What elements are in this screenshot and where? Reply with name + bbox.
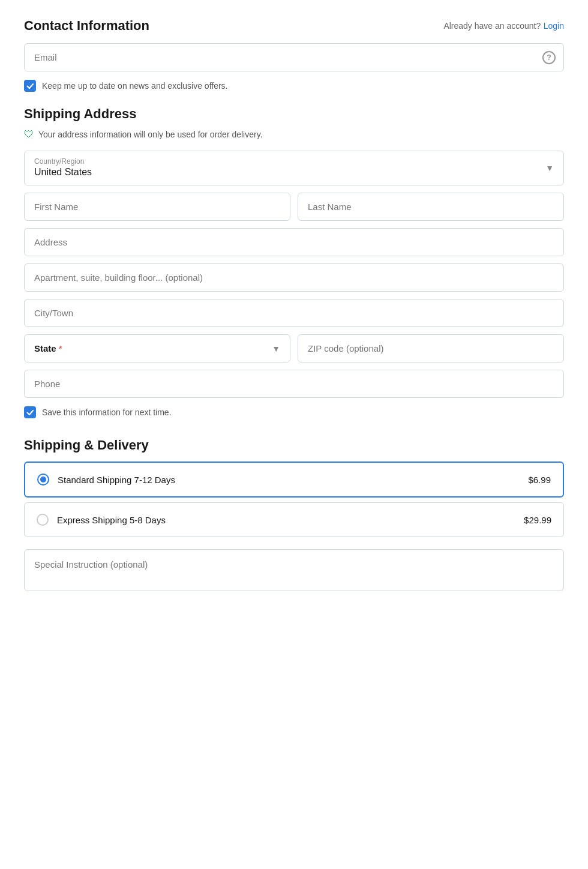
city-input[interactable] [24,299,564,327]
country-value: United States [34,167,92,177]
state-zip-row: State * ▼ [24,334,564,362]
express-shipping-price: $29.99 [524,515,551,525]
state-dropdown-arrow-icon: ▼ [272,344,280,353]
zip-input[interactable] [298,334,564,362]
shipping-delivery-section: Shipping & Delivery Standard Shipping 7-… [24,438,564,537]
express-shipping-option[interactable]: Express Shipping 5-8 Days $29.99 [24,502,564,537]
apartment-group [24,263,564,292]
address-group [24,228,564,256]
state-label-container: State * [34,343,62,353]
contact-header: Contact Information Already have an acco… [24,18,564,34]
shipping-address-section: Shipping Address 🛡 Your address informat… [24,106,564,418]
checkmark-icon [26,82,34,90]
standard-shipping-left: Standard Shipping 7-12 Days [37,474,175,486]
save-info-checkbox[interactable] [24,406,36,418]
phone-input[interactable] [24,370,564,398]
special-instruction-input[interactable] [24,549,564,591]
login-link[interactable]: Login [544,21,564,31]
contact-title: Contact Information [24,18,149,34]
privacy-notice: 🛡 Your address information will only be … [24,129,564,140]
standard-shipping-price: $6.99 [528,475,551,485]
newsletter-row: Keep me up to date on news and exclusive… [24,80,564,92]
state-select[interactable]: State * ▼ [24,334,290,362]
special-instruction-section [24,549,564,594]
express-shipping-left: Express Shipping 5-8 Days [37,514,166,526]
standard-shipping-radio[interactable] [37,474,49,486]
shipping-delivery-title: Shipping & Delivery [24,438,564,453]
address-input[interactable] [24,228,564,256]
email-input[interactable] [24,43,564,71]
city-group [24,299,564,327]
name-row [24,193,564,221]
express-shipping-label: Express Shipping 5-8 Days [57,515,166,525]
email-help-icon[interactable]: ? [542,51,556,64]
shield-icon: 🛡 [24,129,34,140]
state-required-indicator: * [59,343,62,353]
apartment-input[interactable] [24,263,564,292]
country-label: Country/Region [34,157,554,166]
newsletter-label: Keep me up to date on news and exclusive… [42,81,228,91]
standard-shipping-label: Standard Shipping 7-12 Days [58,475,175,485]
express-shipping-radio[interactable] [37,514,49,526]
newsletter-checkbox[interactable] [24,80,36,92]
standard-shipping-option[interactable]: Standard Shipping 7-12 Days $6.99 [24,462,564,498]
save-info-label: Save this information for next time. [42,407,172,417]
country-dropdown-arrow-icon: ▼ [545,163,554,173]
last-name-input[interactable] [298,193,564,221]
email-group: ? [24,43,564,71]
save-info-row: Save this information for next time. [24,406,564,418]
save-checkmark-icon [26,409,34,416]
phone-group [24,370,564,398]
shipping-address-title: Shipping Address [24,106,564,122]
country-select[interactable]: Country/Region United States ▼ [24,151,564,185]
already-account-text: Already have an account? [443,21,541,31]
first-name-input[interactable] [24,193,290,221]
state-label: State [34,343,56,353]
privacy-text: Your address information will only be us… [38,130,263,139]
login-prompt: Already have an account? Login [443,20,564,31]
